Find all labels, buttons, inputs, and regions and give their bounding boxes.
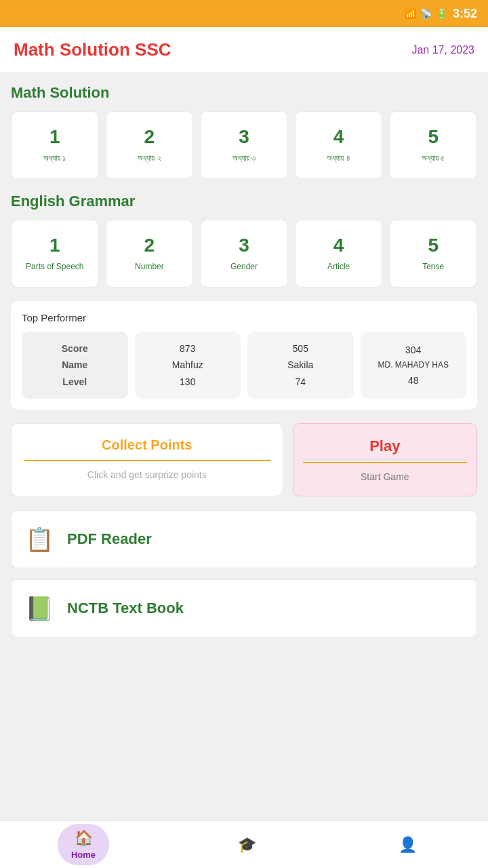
nav-learn[interactable]: 🎓 (224, 831, 270, 859)
app-title: Math Solution SSC (14, 39, 171, 60)
status-bar: 📶 📡 🔋 3:52 (0, 0, 488, 27)
math-chapter-1[interactable]: 1 অধ্যায় ১ (11, 111, 99, 179)
wifi-icon: 📶 (405, 8, 416, 19)
grammar-chapter-3[interactable]: 3 Gender (200, 220, 288, 288)
nctb-card[interactable]: 📗 NCTB Text Book (11, 579, 477, 637)
bottom-nav: 🏠 Home 🎓 👤 (0, 821, 488, 868)
user-icon: 👤 (399, 836, 417, 854)
math-section-title: Math Solution (11, 84, 477, 102)
pdf-reader-label: PDF Reader (67, 530, 152, 548)
pdf-reader-card[interactable]: 📋 PDF Reader (11, 510, 477, 568)
performers-grid: Score Name Level 873 Mahfuz 130 505 Saki… (22, 332, 466, 399)
grammar-chapter-2[interactable]: 2 Number (106, 220, 194, 288)
home-icon: 🏠 (75, 829, 93, 847)
math-chapters-grid: 1 অধ্যায় ১ 2 অধ্যায় ২ 3 অধ্যায় ৩ 4 অধ… (11, 111, 477, 179)
play-divider (303, 462, 467, 463)
collect-points-card[interactable]: Collect Points Click and get surprize po… (11, 423, 283, 496)
grammar-chapter-5[interactable]: 5 Tense (389, 220, 477, 288)
collect-points-divider (24, 460, 270, 461)
time-display: 3:52 (453, 7, 477, 21)
top-performer-title: Top Performer (22, 312, 466, 323)
play-card[interactable]: Play Start Game (293, 423, 477, 496)
math-chapter-2[interactable]: 2 অধ্যায় ২ (106, 111, 194, 179)
battery-icon: 🔋 (436, 8, 447, 19)
performer-1: 873 Mahfuz 130 (135, 332, 241, 399)
main-content: Math Solution 1 অধ্যায় ১ 2 অধ্যায় ২ 3 … (0, 73, 488, 713)
play-title: Play (369, 437, 400, 455)
grammar-chapter-4[interactable]: 4 Article (295, 220, 383, 288)
action-row: Collect Points Click and get surprize po… (11, 423, 477, 496)
signal-icon: 📡 (420, 8, 432, 19)
play-subtitle: Start Game (361, 471, 409, 482)
app-header: Math Solution SSC Jan 17, 2023 (0, 27, 488, 73)
performer-3: 304 MD. MAHADY HAS 48 (361, 332, 467, 399)
math-chapter-5[interactable]: 5 অধ্যায় ৫ (389, 111, 477, 179)
math-chapter-4[interactable]: 4 অধ্যায় ৪ (295, 111, 383, 179)
top-performer-section: Top Performer Score Name Level 873 Mahfu… (11, 301, 477, 410)
performer-header: Score Name Level (22, 332, 128, 399)
collect-points-subtitle: Click and get surprize points (87, 469, 207, 480)
graduation-icon: 🎓 (238, 836, 256, 854)
collect-points-title: Collect Points (102, 437, 192, 453)
grammar-chapters-grid: 1 Parts of Speech 2 Number 3 Gender 4 Ar… (11, 220, 477, 288)
pdf-icon: 📋 (25, 526, 54, 553)
nav-home[interactable]: 🏠 Home (58, 824, 109, 865)
book-icon: 📗 (25, 595, 54, 622)
nctb-label: NCTB Text Book (67, 599, 184, 617)
grammar-section-title: English Grammar (11, 193, 477, 210)
grammar-chapter-1[interactable]: 1 Parts of Speech (11, 220, 99, 288)
performer-2: 505 Sakila 74 (247, 332, 354, 399)
math-chapter-3[interactable]: 3 অধ্যায় ৩ (200, 111, 288, 179)
nav-profile[interactable]: 👤 (385, 831, 430, 859)
header-date: Jan 17, 2023 (411, 44, 474, 56)
nav-home-label: Home (71, 850, 96, 860)
